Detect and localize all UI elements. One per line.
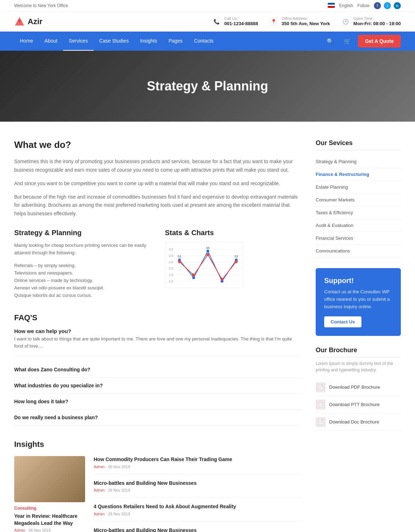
nav-case-studies[interactable]: Case Studies bbox=[94, 32, 134, 51]
what-we-do-section: What we do? Sometimes this is the irony … bbox=[14, 139, 301, 218]
svg-text:2020: 2020 bbox=[214, 287, 221, 288]
cart-icon[interactable]: 🛒 bbox=[341, 35, 354, 48]
faq-question-2[interactable]: What industries do you specialize in? bbox=[14, 383, 301, 388]
hero-section: Strategy & Planning bbox=[0, 51, 415, 122]
insight-title-2[interactable]: Micro-battles and Building New Businesse… bbox=[94, 480, 301, 487]
time-contact: 🕐 Open Time: Mon-Fri: 08:00 - 19:00 bbox=[341, 16, 401, 27]
insight-meta-3: Admin · 26 Nov 2019 bbox=[94, 512, 301, 516]
insight-title-3[interactable]: 4 Questions Retailers Need to Ask About … bbox=[94, 503, 301, 510]
support-text: Contact us at the Consultec WP office ne… bbox=[324, 288, 392, 310]
faq-question-1[interactable]: What does Zano Consulting do? bbox=[14, 367, 301, 372]
nav-contacts[interactable]: Contacts bbox=[188, 32, 219, 51]
faq-main-answer: I want to talk about to things that are … bbox=[14, 336, 301, 356]
strategy-list: Referrals – by simply seeking. Televisio… bbox=[14, 262, 151, 299]
navigation: Home About Services Case Studies Insight… bbox=[0, 32, 415, 51]
insight-item-3: 4 Questions Retailers Need to Ask About … bbox=[94, 503, 301, 521]
strategy-text: Mainly looking for cheap brochure printi… bbox=[14, 242, 151, 257]
insights-title: Insights bbox=[14, 440, 301, 449]
support-box: Support! Contact us at the Consultec WP … bbox=[316, 268, 401, 336]
insight-meta-2: Admin · 26 Nov 2019 bbox=[94, 488, 301, 492]
what-we-do-p3: But because of the high rise and increas… bbox=[14, 193, 301, 218]
twitter-icon[interactable]: t bbox=[384, 2, 391, 9]
strategy-title: Strategy & Planning bbox=[14, 229, 151, 237]
svg-text:1.0: 1.0 bbox=[169, 279, 173, 283]
svg-point-19 bbox=[206, 250, 209, 253]
faq-title: FAQ'S bbox=[14, 313, 301, 322]
brochure-box: Our Brochure Lorem Ipsum is simply dummy… bbox=[316, 347, 401, 431]
insight-title-1[interactable]: How Commodity Producers Can Raise Their … bbox=[94, 456, 301, 463]
phone-contact: 📞 Call Us: 001-1234-88888 bbox=[211, 16, 258, 27]
svg-text:53: 53 bbox=[178, 255, 181, 258]
insight-category: Consulting bbox=[14, 506, 85, 511]
faq-item-4[interactable]: Do we really need a business plan? bbox=[14, 410, 301, 426]
sidebar-services-title: Our Sevices bbox=[316, 139, 401, 150]
address-value: 350 5th Ave, New York bbox=[282, 21, 330, 27]
time-label: Open Time: bbox=[353, 16, 401, 21]
brochure-title: Our Brochure bbox=[316, 347, 401, 358]
contact-us-button[interactable]: Contact Us bbox=[324, 316, 361, 327]
sidebar-service-1[interactable]: Strategy & Planning bbox=[316, 155, 401, 168]
svg-text:53: 53 bbox=[234, 255, 238, 258]
nav-insights[interactable]: Insights bbox=[134, 32, 163, 51]
brochure-ptt[interactable]: 📄 Download PTT Brochure bbox=[316, 396, 401, 414]
svg-text:2.0: 2.0 bbox=[169, 267, 173, 270]
brochure-pdf-label[interactable]: Download PDF Brochure bbox=[329, 384, 380, 390]
insight-title-4[interactable]: Micro-battles and Building New Businesse… bbox=[94, 527, 301, 532]
phone-label: Call Us: bbox=[224, 16, 258, 21]
clock-icon: 🕐 bbox=[341, 17, 350, 27]
location-icon: 📍 bbox=[269, 17, 279, 27]
nav-pages[interactable]: Pages bbox=[163, 32, 188, 51]
facebook-icon[interactable]: f bbox=[374, 2, 381, 9]
brochure-ptt-label[interactable]: Download PTT Brochure bbox=[329, 402, 380, 407]
faq-item-1[interactable]: What does Zano Consulting do? bbox=[14, 362, 301, 378]
svg-text:5: 5 bbox=[220, 276, 222, 280]
search-icon[interactable]: 🔍 bbox=[324, 35, 337, 48]
nav-home[interactable]: Home bbox=[14, 32, 39, 51]
insight-item-2: Micro-battles and Building New Businesse… bbox=[94, 480, 301, 498]
get-quote-button[interactable]: Get A Quote bbox=[358, 35, 401, 48]
sidebar-service-3[interactable]: Estate Planning bbox=[316, 181, 401, 194]
faq-question-3[interactable]: How long does it take? bbox=[14, 399, 301, 404]
brochure-doc-label[interactable]: Download Doc Brochure bbox=[329, 419, 379, 425]
insights-grid: Consulting Year in Review: Healthcare Me… bbox=[14, 456, 301, 532]
faq-question-4[interactable]: Do we really need a business plan? bbox=[14, 415, 301, 420]
nav-services[interactable]: Services bbox=[63, 32, 94, 51]
sidebar-service-2[interactable]: Finance & Restructuring bbox=[316, 168, 401, 181]
svg-point-18 bbox=[192, 276, 195, 279]
brochure-pdf[interactable]: 📄 Download PDF Brochure bbox=[316, 379, 401, 396]
flag-icon bbox=[328, 3, 335, 9]
list-item: Aenean vel odio posuere ex blandit susci… bbox=[14, 284, 151, 292]
follow-label: Follow bbox=[357, 3, 370, 8]
brochure-text: Lorem Ipsum is simply dummy text of the … bbox=[316, 360, 401, 373]
insight-featured-title[interactable]: Year in Review: Healthcare Megadeals Lea… bbox=[14, 513, 85, 527]
faq-main-question: How we can help you? bbox=[14, 328, 301, 334]
sidebar-service-7[interactable]: Financial Services bbox=[316, 232, 401, 245]
sidebar-service-5[interactable]: Taxes & Efficiency bbox=[316, 206, 401, 219]
sidebar-service-4[interactable]: Consumer Markets bbox=[316, 194, 401, 206]
insight-featured-meta: Admin · 06 Nov 2019 bbox=[14, 528, 85, 532]
language-selector[interactable]: English bbox=[339, 3, 353, 8]
sidebar-service-6[interactable]: Audit & Evaluation bbox=[316, 219, 401, 232]
nav-about[interactable]: About bbox=[39, 32, 63, 51]
brochure-doc[interactable]: 📄 Download Doc Brochure bbox=[316, 414, 401, 431]
insight-item-4: Micro-battles and Building New Businesse… bbox=[94, 527, 301, 532]
sidebar-service-8[interactable]: Communications bbox=[316, 245, 401, 257]
svg-text:8: 8 bbox=[192, 272, 194, 276]
welcome-text: Welcome to New York Office bbox=[14, 3, 68, 8]
svg-point-22 bbox=[178, 260, 181, 263]
logo-text: Azir bbox=[28, 17, 43, 26]
nav-right: 🔍 🛒 Get A Quote bbox=[324, 35, 401, 48]
top-bar: Welcome to New York Office English Follo… bbox=[0, 0, 415, 12]
hero-title: Strategy & Planning bbox=[147, 79, 268, 94]
faq-item-3[interactable]: How long does it take? bbox=[14, 394, 301, 410]
linkedin-icon[interactable]: in bbox=[394, 2, 401, 9]
logo[interactable]: Azir bbox=[14, 16, 43, 27]
address-label: Office Address: bbox=[282, 16, 330, 21]
strategy-column: Strategy & Planning Mainly looking for c… bbox=[14, 229, 151, 299]
ptt-icon: 📄 bbox=[316, 400, 326, 410]
logo-icon bbox=[14, 16, 25, 27]
faq-item-2[interactable]: What industries do you specialize in? bbox=[14, 378, 301, 394]
address-contact: 📍 Office Address: 350 5th Ave, New York bbox=[269, 16, 330, 27]
what-we-do-p2: And since you want to be competitive you… bbox=[14, 179, 301, 188]
insight-featured-date: 06 Nov 2019 bbox=[28, 528, 50, 532]
